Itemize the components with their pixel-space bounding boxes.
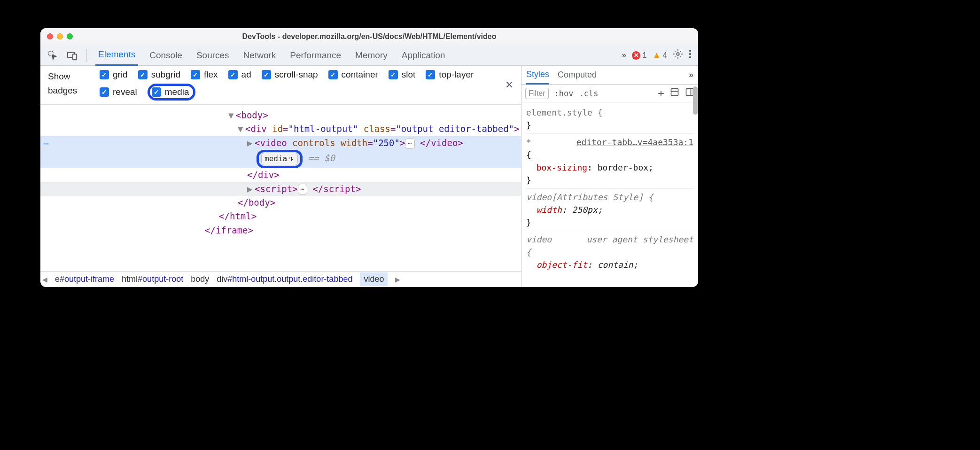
checkbox-icon: ✓: [328, 70, 338, 79]
tab-application[interactable]: Application: [399, 45, 448, 66]
styles-filter-input[interactable]: Filter: [525, 88, 549, 99]
dom-node-div-close[interactable]: </div>: [40, 168, 521, 182]
styles-tab-styles[interactable]: Styles: [526, 70, 549, 85]
styles-rules[interactable]: element.style { } * editor-tabb…v=4ae353…: [521, 102, 698, 287]
style-rule-universal[interactable]: * editor-tabb…v=4ae353a:1 { box-sizing: …: [526, 134, 693, 189]
breadcrumb-scroll-right-icon[interactable]: ▶: [395, 276, 400, 283]
close-window-button[interactable]: [47, 33, 53, 39]
cls-toggle[interactable]: .cls: [579, 89, 599, 98]
dom-node-html-close[interactable]: </html>: [40, 209, 521, 223]
badge-check-media[interactable]: ✓media: [152, 87, 189, 97]
tab-elements[interactable]: Elements: [95, 45, 138, 66]
tab-performance[interactable]: Performance: [287, 45, 344, 66]
checkbox-icon: ✓: [138, 70, 148, 79]
breadcrumb-item[interactable]: e#output-iframe: [55, 274, 114, 284]
new-style-rule-icon[interactable]: +: [658, 87, 664, 100]
dom-node-body-close[interactable]: </body>: [40, 196, 521, 209]
selection-dots-icon[interactable]: ⋯: [43, 136, 49, 151]
error-count[interactable]: ✕ 1: [632, 51, 646, 60]
badge-highlight-media: ✓media: [148, 84, 195, 101]
warning-count-value: 4: [663, 51, 667, 60]
checkbox-icon: ✓: [228, 70, 238, 79]
disclosure-triangle-icon[interactable]: ▼: [238, 122, 245, 136]
checkbox-icon: ✓: [389, 70, 398, 79]
badge-check-top-layer[interactable]: ✓top-layer: [426, 70, 474, 80]
toolbar-right: » ✕ 1 ▲ 4: [622, 49, 692, 62]
svg-point-3: [677, 53, 679, 55]
ua-stylesheet-label: user agent stylesheet: [586, 233, 693, 258]
disclosure-triangle-icon[interactable]: ▶: [247, 182, 255, 196]
main-area: Show badges ✓grid ✓subgrid ✓flex ✓ad ✓sc…: [40, 66, 698, 287]
style-rule-element[interactable]: element.style { }: [526, 104, 693, 134]
badge-check-subgrid[interactable]: ✓subgrid: [138, 70, 180, 80]
badge-check-flex[interactable]: ✓flex: [191, 70, 218, 80]
badges-bar: Show badges ✓grid ✓subgrid ✓flex ✓ad ✓sc…: [40, 66, 521, 105]
more-styles-tabs-icon[interactable]: »: [689, 70, 693, 80]
badge-check-slot[interactable]: ✓slot: [389, 70, 416, 80]
devtools-window: DevTools - developer.mozilla.org/en-US/d…: [40, 28, 698, 287]
disclosure-triangle-icon[interactable]: ▼: [228, 109, 236, 122]
dom-node-script[interactable]: ▶<script>⋯ </script>: [40, 182, 521, 196]
style-rule-video-attr[interactable]: video[Attributes Style] { width: 250px; …: [526, 189, 693, 231]
tab-console[interactable]: Console: [147, 45, 185, 66]
hov-toggle[interactable]: :hov: [554, 89, 574, 98]
scrollbar-thumb[interactable]: [693, 86, 698, 115]
styles-tabs: Styles Computed »: [521, 66, 698, 85]
more-tabs-icon[interactable]: »: [622, 50, 626, 60]
tab-memory[interactable]: Memory: [352, 45, 390, 66]
error-count-value: 1: [642, 51, 646, 60]
settings-icon[interactable]: [673, 49, 683, 62]
style-rule-video-ua[interactable]: video { user agent stylesheet object-fit…: [526, 231, 693, 273]
warning-count[interactable]: ▲ 4: [653, 50, 667, 60]
dom-node-div[interactable]: ▼<div id="html-output" class="output edi…: [40, 122, 521, 136]
badge-check-ad[interactable]: ✓ad: [228, 70, 251, 80]
stylesheet-link[interactable]: editor-tabb…v=4ae353a:1: [576, 136, 693, 148]
dom-node-video[interactable]: ⋯ ▶<video controls width="250">⋯ </video…: [40, 136, 521, 150]
inspect-icon: [289, 156, 295, 162]
svg-rect-2: [73, 54, 77, 60]
dom-media-badge-line[interactable]: media == $0: [40, 150, 521, 168]
styles-tab-computed[interactable]: Computed: [558, 70, 597, 80]
breadcrumb-item[interactable]: body: [191, 274, 209, 284]
device-toggle-icon[interactable]: [67, 50, 78, 61]
ellipsis-chip[interactable]: ⋯: [405, 138, 414, 149]
breadcrumb-item[interactable]: div#html-output.output.editor-tabbed: [217, 274, 352, 284]
checkbox-icon: ✓: [426, 70, 435, 79]
badge-check-container[interactable]: ✓container: [328, 70, 378, 80]
computed-toggle-icon[interactable]: [670, 87, 679, 99]
maximize-window-button[interactable]: [67, 33, 73, 39]
devtools-toolbar: Elements Console Sources Network Perform…: [40, 45, 698, 66]
badges-label: Show badges: [48, 70, 90, 98]
checkbox-icon: ✓: [191, 70, 200, 79]
warning-icon: ▲: [653, 50, 661, 60]
console-reference: == $0: [308, 153, 335, 163]
close-badges-bar-icon[interactable]: ✕: [505, 79, 513, 91]
dom-node-iframe-close[interactable]: </iframe>: [40, 224, 521, 237]
breadcrumb-item[interactable]: html#output-root: [122, 274, 183, 284]
dom-node-body[interactable]: ▼<body>: [40, 109, 521, 122]
badge-check-grid[interactable]: ✓grid: [100, 70, 128, 80]
media-badge[interactable]: media: [261, 153, 298, 165]
traffic-lights: [47, 33, 73, 39]
ellipsis-chip[interactable]: ⋯: [298, 184, 307, 195]
breadcrumb-scroll-left-icon[interactable]: ◀: [42, 276, 47, 283]
svg-rect-10: [686, 89, 693, 96]
media-badge-highlight: media: [257, 150, 303, 168]
styles-toolbar: Filter :hov .cls +: [521, 85, 698, 102]
badge-check-scroll-snap[interactable]: ✓scroll-snap: [262, 70, 318, 80]
svg-point-6: [689, 56, 691, 58]
breadcrumbs[interactable]: ◀ e#output-iframe html#output-root body …: [40, 271, 521, 287]
disclosure-triangle-icon[interactable]: ▶: [247, 136, 255, 150]
tab-sources[interactable]: Sources: [194, 45, 232, 66]
tab-network[interactable]: Network: [241, 45, 279, 66]
dom-tree[interactable]: ▼<body> ▼<div id="html-output" class="ou…: [40, 105, 521, 271]
minimize-window-button[interactable]: [57, 33, 63, 39]
toolbar-separator: [86, 49, 87, 62]
svg-rect-8: [671, 89, 678, 96]
badge-check-reveal[interactable]: ✓reveal: [100, 84, 137, 101]
elements-panel: Show badges ✓grid ✓subgrid ✓flex ✓ad ✓sc…: [40, 66, 521, 287]
more-menu-icon[interactable]: [689, 49, 692, 62]
inspect-element-icon[interactable]: [47, 50, 58, 61]
window-title: DevTools - developer.mozilla.org/en-US/d…: [242, 32, 497, 41]
breadcrumb-item-active[interactable]: video: [360, 272, 388, 286]
